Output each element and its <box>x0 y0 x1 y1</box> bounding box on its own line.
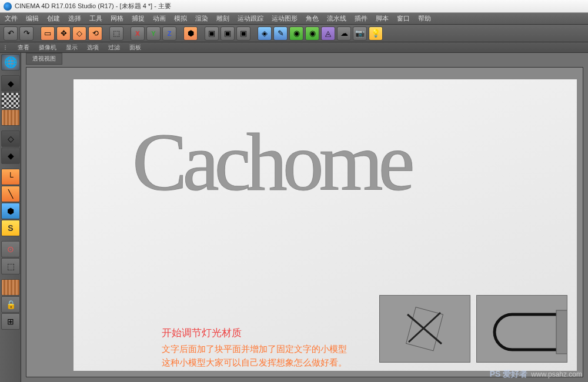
tool-object[interactable]: ◆ <box>1 148 20 164</box>
recent-tool-button[interactable]: ⬚ <box>109 26 123 41</box>
menu-motion-tracker[interactable]: 运动跟踪 <box>238 14 263 23</box>
axis-z-button[interactable]: Z <box>162 26 176 41</box>
watermark-logo: PS 爱好者 <box>490 369 528 380</box>
axis-x-button[interactable]: X <box>131 26 145 41</box>
tool-polygons[interactable]: ⬢ <box>1 203 20 219</box>
menu-mesh[interactable]: 网格 <box>111 14 123 23</box>
3d-text-object: Cachome <box>132 115 410 209</box>
submenu-options[interactable]: 选项 <box>87 43 99 52</box>
menu-create[interactable]: 创建 <box>47 14 60 23</box>
pen-tool-button[interactable]: ✎ <box>273 26 288 41</box>
rotate-button[interactable]: ⟲ <box>88 26 102 41</box>
window-titlebar: CINEMA 4D R17.016 Studio (R17) - [未标题 4 … <box>0 0 588 13</box>
redo-button[interactable]: ↷ <box>19 26 34 41</box>
menu-character[interactable]: 角色 <box>306 14 319 23</box>
render-settings-button[interactable]: ▣ <box>236 26 250 41</box>
globe-icon[interactable]: 🌐 <box>1 54 20 71</box>
submenu-cameras[interactable]: 摄像机 <box>39 43 56 52</box>
main-toolbar: ↶ ↷ ▭ ✥ ◇ ⟲ ⬚ X Y Z ⬢ ▣ ▣ ▣ ◈ ✎ ◉ ◉ ◬ ☁ … <box>0 25 588 42</box>
menu-window[interactable]: 窗口 <box>397 14 410 23</box>
light-button[interactable]: 💡 <box>369 26 383 41</box>
menu-edit[interactable]: 编辑 <box>26 14 39 23</box>
tool-editable[interactable]: ◆ <box>1 75 20 92</box>
viewport-tabbar: 透视视图 <box>21 53 588 65</box>
menu-snap[interactable]: 捕捉 <box>132 14 145 23</box>
watermark-url: www.psahz.com <box>531 370 582 378</box>
render-view-button[interactable]: ▣ <box>205 26 219 41</box>
submenu-display[interactable]: 显示 <box>66 43 78 52</box>
viewport-container: 透视视图 Cachome 开始调节灯光材质 文字后面加了块平面并增加了固定文字的… <box>21 53 588 382</box>
submenu-panel[interactable]: 面板 <box>129 43 141 52</box>
tool-model[interactable] <box>1 92 20 109</box>
menu-animate[interactable]: 动画 <box>153 14 166 23</box>
tool-locked-workplane[interactable]: 🔒 <box>1 296 20 313</box>
app-icon <box>4 2 12 11</box>
watermark: PS 爱好者 www.psahz.com <box>490 369 582 380</box>
tool-texture[interactable] <box>1 109 20 126</box>
submenu-filter[interactable]: 过滤 <box>108 43 120 52</box>
tool-enable-axis[interactable]: S <box>1 220 20 236</box>
render-canvas: Cachome 开始调节灯光材质 文字后面加了块平面并增加了固定文字的小模型 这… <box>74 79 577 371</box>
scale-button[interactable]: ◇ <box>72 26 86 41</box>
generator-button[interactable]: ◉ <box>305 26 319 41</box>
annotation-body: 文字后面加了块平面并增加了固定文字的小模型 这种小模型大家可以自己发挥想象怎么做… <box>162 343 347 369</box>
tool-edges[interactable]: ╲ <box>1 186 20 202</box>
camera-button[interactable]: 📷 <box>353 26 367 41</box>
workspace: 🌐 ◆ ◇ ◆ └ ╲ ⬢ S ⊙ ⬚ 🔒 ⊞ 透视视图 Cachome 开始调… <box>0 53 588 382</box>
thumbnail-2 <box>476 295 567 363</box>
live-select-button[interactable]: ▭ <box>41 26 55 41</box>
tool-sidebar: 🌐 ◆ ◇ ◆ └ ╲ ⬢ S ⊙ ⬚ 🔒 ⊞ <box>0 53 21 382</box>
cube-primitive-button[interactable]: ◈ <box>258 26 272 41</box>
menu-mograph[interactable]: 运动图形 <box>272 14 298 23</box>
submenu-view[interactable]: 查看 <box>18 43 29 52</box>
menu-file[interactable]: 文件 <box>5 14 18 23</box>
menu-help[interactable]: 帮助 <box>418 14 431 23</box>
thumbnail-row <box>379 295 567 363</box>
menu-pipeline[interactable]: 流水线 <box>327 14 346 23</box>
grip-icon <box>5 45 6 50</box>
tool-points[interactable]: └ <box>1 169 20 185</box>
coord-system-button[interactable]: ⬢ <box>183 26 198 41</box>
main-menubar: 文件 编辑 创建 选择 工具 网格 捕捉 动画 模拟 渲染 雕刻 运动跟踪 运动… <box>0 13 588 25</box>
menu-tools[interactable]: 工具 <box>89 14 102 23</box>
subdivision-button[interactable]: ◉ <box>289 26 303 41</box>
move-button[interactable]: ✥ <box>56 26 71 41</box>
viewport[interactable]: Cachome 开始调节灯光材质 文字后面加了块平面并增加了固定文字的小模型 这… <box>26 67 583 377</box>
menu-sculpt[interactable]: 雕刻 <box>216 14 229 23</box>
tool-enable-snap[interactable] <box>1 279 20 296</box>
svg-rect-3 <box>556 310 567 354</box>
loop-sketch-icon <box>477 300 567 358</box>
cross-sketch-icon <box>396 306 455 353</box>
tool-viewport-solo[interactable]: ⬚ <box>1 258 20 274</box>
window-title: CINEMA 4D R17.016 Studio (R17) - [未标题 4 … <box>15 2 171 11</box>
undo-button[interactable]: ↶ <box>4 26 18 41</box>
tool-planar-workplane[interactable]: ⊞ <box>1 313 20 330</box>
thumbnail-1 <box>379 295 470 363</box>
deformer-button[interactable]: ◬ <box>321 26 335 41</box>
environment-button[interactable]: ☁ <box>337 26 351 41</box>
menu-render[interactable]: 渲染 <box>195 14 208 23</box>
tool-tweak[interactable]: ⊙ <box>1 241 20 257</box>
render-region-button[interactable]: ▣ <box>220 26 235 41</box>
menu-select[interactable]: 选择 <box>68 14 81 23</box>
axis-y-button[interactable]: Y <box>146 26 161 41</box>
tool-workplane[interactable]: ◇ <box>1 130 20 147</box>
viewport-menubar: 查看 摄像机 显示 选项 过滤 面板 <box>0 42 588 53</box>
menu-script[interactable]: 脚本 <box>376 14 389 23</box>
annotation-title: 开始调节灯光材质 <box>162 326 242 340</box>
menu-simulate[interactable]: 模拟 <box>174 14 187 23</box>
viewport-tab-perspective[interactable]: 透视视图 <box>26 53 62 65</box>
menu-plugins[interactable]: 插件 <box>355 14 368 23</box>
